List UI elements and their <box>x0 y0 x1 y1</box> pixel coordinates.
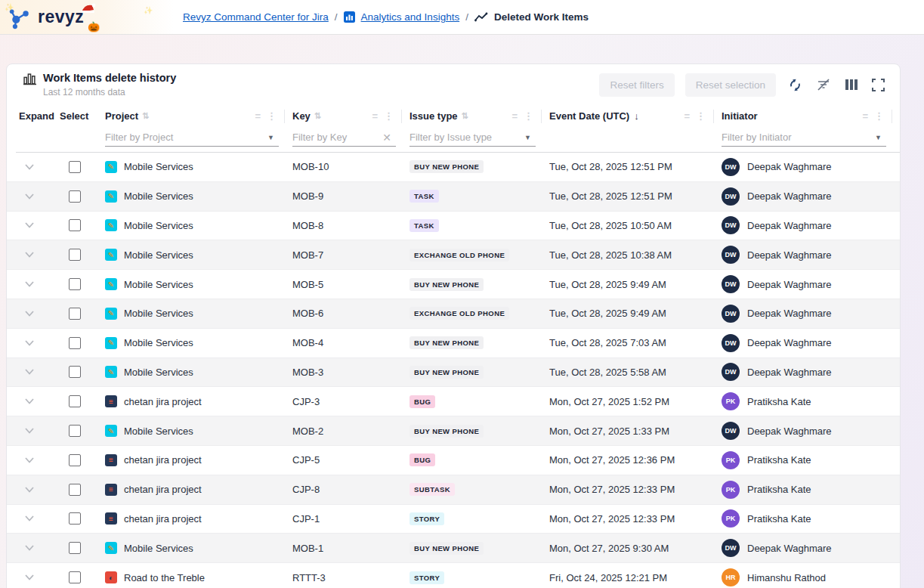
resize-handle-icon[interactable]: = <box>255 110 261 122</box>
reset-selection-button[interactable]: Reset selection <box>685 73 776 97</box>
expand-chevron-icon[interactable] <box>25 222 34 228</box>
issue-type-badge: BUG <box>409 395 435 408</box>
table-row[interactable]: ✎ Mobile Services MOB-9 TASK Tue, Oct 28… <box>7 182 900 212</box>
sort-desc-icon[interactable]: ↓ <box>634 110 639 122</box>
expand-chevron-icon[interactable] <box>25 164 34 170</box>
initiator-avatar: DW <box>722 246 740 264</box>
row-checkbox[interactable] <box>69 249 81 261</box>
dropdown-caret-icon[interactable]: ▼ <box>267 134 274 141</box>
table-row[interactable]: ≡ chetan jira project CJP-3 BUG Mon, Oct… <box>7 387 900 416</box>
column-header-initiator[interactable]: Initiator =⋮ <box>722 110 900 123</box>
resize-handle-icon[interactable]: = <box>684 110 690 122</box>
breadcrumb-link-analytics[interactable]: Analytics and Insights <box>361 11 460 23</box>
table-row[interactable]: ≡ chetan jira project CJP-8 SUBTASK Mon,… <box>7 475 900 505</box>
row-checkbox[interactable] <box>69 512 81 525</box>
expand-chevron-icon[interactable] <box>25 252 34 258</box>
column-menu-icon[interactable]: ⋮ <box>267 110 277 122</box>
expand-chevron-icon[interactable] <box>25 515 34 521</box>
table-row[interactable]: ✎ Mobile Services MOB-10 BUY NEW PHONE T… <box>7 153 900 182</box>
clear-filter-icon[interactable]: ✕ <box>382 132 391 144</box>
table-row[interactable]: ≡ chetan jira project CJP-1 STORY Mon, O… <box>7 505 900 534</box>
expand-chevron-icon[interactable] <box>25 311 34 317</box>
key-filter-input[interactable] <box>292 129 396 147</box>
column-header-event-date[interactable]: Event Date (UTC)↓ =⋮ <box>549 110 722 123</box>
event-date: Tue, Oct 28, 2025 9:49 AM <box>549 308 666 319</box>
row-checkbox[interactable] <box>69 161 81 173</box>
logo[interactable]: ✨ ✨ revyz 🎃 <box>0 0 174 34</box>
sort-icon[interactable]: ⇅ <box>314 111 321 121</box>
initiator-name: Deepak Waghmare <box>747 161 832 172</box>
table-row[interactable]: ✎ Mobile Services MOB-3 BUY NEW PHONE Tu… <box>7 358 900 388</box>
row-checkbox[interactable] <box>69 542 81 554</box>
issue-type-badge: BUG <box>409 453 435 466</box>
expand-chevron-icon[interactable] <box>25 369 34 375</box>
expand-chevron-icon[interactable] <box>25 574 34 580</box>
row-checkbox[interactable] <box>69 395 81 407</box>
column-menu-icon[interactable]: ⋮ <box>524 110 533 122</box>
expand-chevron-icon[interactable] <box>25 428 34 434</box>
project-avatar-icon: ✎ <box>105 308 117 320</box>
event-date: Mon, Oct 27, 2025 12:33 PM <box>549 484 675 495</box>
fullscreen-icon <box>872 79 885 91</box>
sort-icon[interactable]: ⇅ <box>142 111 149 121</box>
column-header-key[interactable]: Key⇅ =⋮ <box>292 110 409 123</box>
row-checkbox[interactable] <box>69 454 81 466</box>
resize-handle-icon[interactable]: = <box>862 110 868 122</box>
table-row[interactable]: ✎ Mobile Services MOB-6 EXCHANGE OLD PHO… <box>7 299 900 329</box>
dropdown-caret-icon[interactable]: ▼ <box>875 134 882 141</box>
fullscreen-button[interactable] <box>870 77 886 93</box>
table-row[interactable]: ✎ Mobile Services MOB-2 BUY NEW PHONE Mo… <box>7 416 900 446</box>
column-header-project[interactable]: Project⇅ =⋮ <box>105 110 292 123</box>
expand-chevron-icon[interactable] <box>25 340 34 346</box>
dropdown-caret-icon[interactable]: ▼ <box>524 134 531 141</box>
resize-handle-icon[interactable]: = <box>511 110 518 122</box>
row-checkbox[interactable] <box>69 571 81 583</box>
table-row[interactable]: ✎ Mobile Services MOB-5 BUY NEW PHONE Tu… <box>7 270 900 299</box>
breadcrumb-link-command-center[interactable]: Revyz Command Center for Jira <box>183 11 329 23</box>
expand-chevron-icon[interactable] <box>25 281 34 287</box>
expand-chevron-icon[interactable] <box>25 487 34 493</box>
table-row[interactable]: ◐ Road to the Treble RTTT-3 STORY Fri, O… <box>7 563 900 588</box>
expand-chevron-icon[interactable] <box>25 398 34 404</box>
table-row[interactable]: ≡ chetan jira project CJP-5 BUG Mon, Oct… <box>7 446 900 475</box>
row-checkbox[interactable] <box>69 190 81 203</box>
initiator-name: Pratiksha Kate <box>747 484 811 495</box>
project-filter-input[interactable] <box>105 129 279 147</box>
column-menu-icon[interactable]: ⋮ <box>384 110 394 122</box>
clear-filters-button[interactable] <box>814 76 833 93</box>
expand-chevron-icon[interactable] <box>25 457 34 463</box>
row-checkbox[interactable] <box>69 484 81 496</box>
column-menu-icon[interactable]: ⋮ <box>696 110 706 122</box>
row-checkbox[interactable] <box>69 219 81 231</box>
sort-icon[interactable]: ⇅ <box>462 111 468 121</box>
project-name: chetan jira project <box>124 513 202 525</box>
refresh-button[interactable] <box>786 76 804 94</box>
column-header-issue-type[interactable]: Issue type⇅ =⋮ <box>409 110 549 123</box>
issue-type-badge: BUY NEW PHONE <box>409 336 484 349</box>
table-row[interactable]: ✎ Mobile Services MOB-7 EXCHANGE OLD PHO… <box>7 240 900 270</box>
resize-handle-icon[interactable]: = <box>372 110 378 122</box>
column-menu-icon[interactable]: ⋮ <box>874 110 884 122</box>
issue-type-badge: BUY NEW PHONE <box>409 160 484 173</box>
initiator-filter-input[interactable] <box>722 129 886 147</box>
expand-chevron-icon[interactable] <box>25 193 34 200</box>
row-checkbox[interactable] <box>69 308 81 320</box>
row-checkbox[interactable] <box>69 425 81 437</box>
event-date: Mon, Oct 27, 2025 1:52 PM <box>549 396 669 407</box>
row-checkbox[interactable] <box>69 278 81 290</box>
columns-button[interactable] <box>843 77 860 92</box>
initiator-name: Deepak Waghmare <box>747 279 832 290</box>
column-header-expand: Expand <box>16 110 60 122</box>
table-row[interactable]: ✎ Mobile Services MOB-4 BUY NEW PHONE Tu… <box>7 329 900 358</box>
event-date: Tue, Oct 28, 2025 5:58 AM <box>549 367 666 378</box>
row-checkbox[interactable] <box>69 366 81 378</box>
issue-key: CJP-1 <box>292 513 320 525</box>
issue-type-filter-input[interactable] <box>409 129 536 147</box>
reset-filters-button[interactable]: Reset filters <box>599 73 674 97</box>
expand-chevron-icon[interactable] <box>25 545 34 551</box>
table-row[interactable]: ✎ Mobile Services MOB-1 BUY NEW PHONE Mo… <box>7 534 900 563</box>
table-row[interactable]: ✎ Mobile Services MOB-8 TASK Tue, Oct 28… <box>7 212 900 241</box>
issue-key: MOB-8 <box>292 220 323 231</box>
initiator-avatar: PK <box>722 392 740 410</box>
row-checkbox[interactable] <box>69 337 81 349</box>
